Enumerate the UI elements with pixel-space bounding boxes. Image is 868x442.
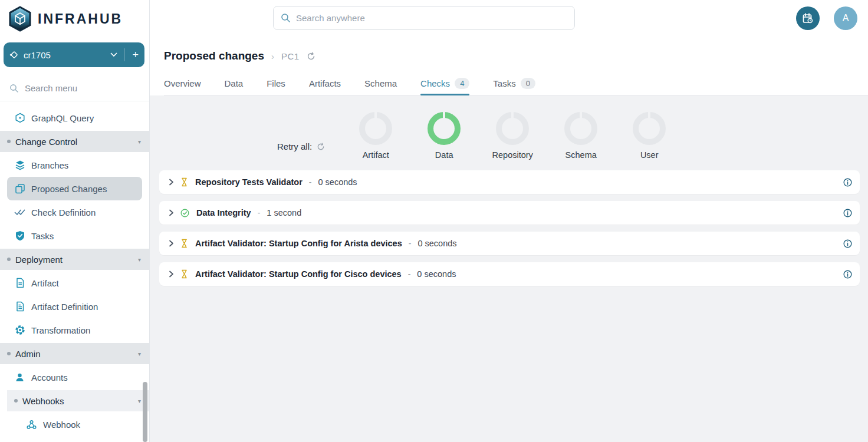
- tab-artifacts[interactable]: Artifacts: [309, 71, 341, 95]
- validator-row-cisco[interactable]: Artifact Validator: Startup Config for C…: [159, 262, 860, 286]
- chevron-down-icon: ▾: [138, 138, 141, 145]
- sidebar-item-accounts[interactable]: Accounts: [0, 365, 149, 389]
- sidebar-search[interactable]: [0, 75, 149, 101]
- double-check-icon: [14, 207, 25, 218]
- sidebar-section-deployment[interactable]: Deployment ▾: [0, 249, 149, 270]
- sidebar-item-label: Transformation: [31, 325, 90, 335]
- branch-selector-button[interactable]: cr1705 +: [4, 42, 144, 67]
- chevron-right-icon[interactable]: [167, 239, 175, 248]
- divider: [124, 48, 125, 61]
- progress-ring: [496, 112, 529, 145]
- info-icon[interactable]: [843, 239, 852, 248]
- ring-repository[interactable]: Repository: [478, 112, 547, 160]
- chevron-down-icon[interactable]: [110, 52, 117, 57]
- brand-logo[interactable]: INFRAHUB: [0, 0, 149, 38]
- progress-ring: [633, 112, 666, 145]
- tab-schema[interactable]: Schema: [364, 71, 397, 95]
- sidebar-item-tasks[interactable]: Tasks: [0, 224, 149, 248]
- sidebar-section-webhooks[interactable]: Webhooks ▾: [7, 390, 149, 411]
- branch-name: cr1705: [24, 50, 51, 60]
- sidebar-scrollbar[interactable]: [143, 382, 147, 442]
- app: INFRAHUB cr1705 +: [0, 0, 868, 442]
- validator-list: Repository Tests Validator - 0 seconds: [159, 170, 860, 286]
- ring-schema[interactable]: Schema: [547, 112, 615, 160]
- chevron-right-icon[interactable]: [167, 178, 175, 186]
- hourglass-icon: [180, 269, 188, 279]
- calendar-button[interactable]: [796, 6, 820, 30]
- hourglass-icon: [180, 239, 188, 248]
- tab-bar: Overview Data Files Artifacts Schema Che…: [164, 72, 868, 95]
- ring-data[interactable]: Data: [410, 112, 478, 160]
- info-icon[interactable]: [843, 209, 852, 217]
- tab-overview[interactable]: Overview: [164, 71, 201, 95]
- checks-panel: Retry all: Artifact Data: [150, 95, 868, 442]
- info-icon[interactable]: [843, 270, 852, 279]
- bullet-icon: [7, 258, 11, 261]
- global-search[interactable]: [273, 6, 575, 30]
- main: A Proposed changes › PC1 Overview Data: [150, 0, 868, 442]
- sidebar-item-branches[interactable]: Branches: [0, 153, 149, 177]
- sidebar-section-admin[interactable]: Admin ▾: [0, 343, 149, 364]
- info-icon[interactable]: [843, 178, 852, 187]
- webhook-icon: [26, 419, 37, 430]
- topbar: A: [150, 0, 868, 37]
- check-circle-icon: [180, 209, 189, 217]
- ring-artifact[interactable]: Artifact: [341, 112, 410, 160]
- branch-icon: [9, 50, 19, 60]
- tab-tasks[interactable]: Tasks 0: [493, 71, 535, 95]
- retry-row: Retry all: Artifact Data: [150, 112, 868, 160]
- sidebar-item-transformation[interactable]: Transformation: [0, 318, 149, 342]
- tab-checks[interactable]: Checks 4: [420, 71, 469, 95]
- retry-all-icon[interactable]: [317, 143, 325, 151]
- sidebar-item-label: Tasks: [31, 231, 54, 241]
- sidebar-item-graphql-query[interactable]: GraphQL Query: [0, 106, 149, 130]
- shield-check-icon: [14, 230, 25, 242]
- sidebar-item-label: Proposed Changes: [31, 184, 107, 194]
- menu-search-input[interactable]: [25, 83, 131, 93]
- avatar[interactable]: A: [834, 6, 857, 30]
- person-icon: [14, 372, 25, 383]
- validator-row-arista[interactable]: Artifact Validator: Startup Config for A…: [159, 232, 860, 255]
- infrahub-logo-icon: [8, 6, 32, 32]
- tab-files[interactable]: Files: [267, 71, 285, 95]
- chevron-right-icon[interactable]: [167, 270, 175, 278]
- duration: 0 seconds: [417, 269, 456, 279]
- file-icon: [14, 278, 25, 289]
- checks-count-badge: 4: [455, 78, 469, 89]
- search-icon: [9, 84, 19, 93]
- ring-user[interactable]: User: [615, 112, 683, 160]
- tab-data[interactable]: Data: [225, 71, 244, 95]
- gear-icon: [14, 325, 25, 336]
- sidebar-item-artifact[interactable]: Artifact: [0, 271, 149, 295]
- chevron-right-icon[interactable]: [167, 209, 175, 217]
- file-lines-icon: [14, 301, 25, 312]
- chevron-down-icon: ▾: [138, 256, 141, 263]
- sidebar-item-check-definition[interactable]: Check Definition: [0, 200, 149, 224]
- sidebar: INFRAHUB cr1705 +: [0, 0, 150, 442]
- sidebar-section-change-control[interactable]: Change Control ▾: [0, 131, 149, 152]
- sidebar-item-label: Artifact Definition: [31, 302, 98, 312]
- hourglass-icon: [180, 177, 188, 187]
- sidebar-item-label: GraphQL Query: [31, 113, 94, 123]
- retry-all-label: Retry all:: [277, 141, 312, 151]
- section-label: Admin: [15, 349, 41, 359]
- sidebar-item-proposed-changes[interactable]: Proposed Changes: [7, 177, 142, 200]
- refresh-icon[interactable]: [307, 52, 315, 61]
- global-search-input[interactable]: [296, 13, 544, 23]
- sidebar-item-label: Accounts: [31, 372, 68, 382]
- validator-row-repository-tests[interactable]: Repository Tests Validator - 0 seconds: [159, 170, 860, 194]
- sidebar-item-artifact-definition[interactable]: Artifact Definition: [0, 295, 149, 318]
- duration: 0 seconds: [318, 177, 357, 187]
- check-type-rings: Artifact Data Repository Schema: [341, 112, 683, 160]
- duration: 1 second: [267, 208, 301, 217]
- validator-row-data-integrity[interactable]: Data Integrity - 1 second: [159, 201, 860, 225]
- add-branch-button[interactable]: +: [132, 50, 139, 60]
- duration: 0 seconds: [417, 239, 456, 248]
- sidebar-item-label: Artifact: [31, 278, 59, 288]
- proposed-changes-icon: [14, 183, 25, 194]
- section-label: Deployment: [15, 255, 63, 265]
- sidebar-item-webhook[interactable]: Webhook: [0, 413, 149, 436]
- sidebar-item-label: Branches: [31, 160, 68, 170]
- tasks-count-badge: 0: [521, 78, 535, 89]
- breadcrumb-current[interactable]: PC1: [281, 51, 300, 61]
